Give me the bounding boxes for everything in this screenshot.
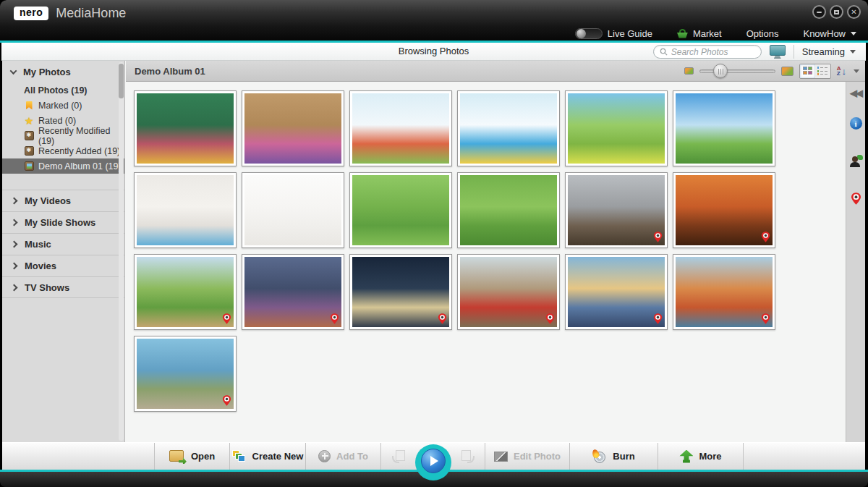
photo-thumbnail-girl-with-ball-goal[interactable] <box>457 172 560 248</box>
grid-view-button[interactable] <box>800 64 815 78</box>
main-area: My Photos All Photos (19) Marked (0) ★ R… <box>2 61 865 442</box>
sidebar-item-movies[interactable]: Movies <box>2 255 124 276</box>
photo-image <box>568 257 665 327</box>
divider <box>793 45 794 59</box>
geotag-pin-icon <box>222 313 231 325</box>
rotate-left-icon[interactable] <box>392 450 407 463</box>
more-button[interactable]: More <box>658 443 744 470</box>
photo-image <box>568 175 665 245</box>
photo-thumbnail-kids-drawing-pencils[interactable] <box>457 90 560 166</box>
sidebar-scrollbar[interactable] <box>119 62 124 441</box>
search-icon <box>660 48 668 56</box>
maximize-button[interactable] <box>830 5 843 19</box>
faces-icon[interactable] <box>850 156 862 167</box>
chevron-right-icon <box>11 219 18 226</box>
photo-thumbnail-matterhorn-mountain[interactable] <box>565 172 668 248</box>
photo-thumbnail-monument-valley-sunset[interactable] <box>673 172 775 248</box>
sidebar-item-my-photos[interactable]: My Photos <box>2 61 124 82</box>
app-title: MediaHome <box>56 6 126 21</box>
create-new-button[interactable]: Create New <box>229 443 305 470</box>
list-view-icon <box>817 67 827 75</box>
sidebar-item-demo-album-01[interactable]: Demo Album 01 (19) <box>2 158 124 174</box>
search-input[interactable] <box>671 47 751 57</box>
burn-button[interactable]: Burn <box>569 443 658 470</box>
button-label: Open <box>191 451 215 462</box>
bookmark-icon <box>24 101 34 111</box>
photo-thumbnail-school-chalkboard-kids[interactable] <box>134 90 237 166</box>
add-to-button[interactable]: Add To <box>305 443 380 470</box>
sort-button[interactable]: AZ ↓ <box>837 66 846 76</box>
photo-thumbnail-giraffes[interactable] <box>134 254 237 330</box>
grid-view-icon <box>803 67 812 75</box>
sidebar-item-marked[interactable]: Marked (0) <box>2 98 124 113</box>
sidebar-item-recently-added[interactable]: Recently Added (19) <box>2 143 124 158</box>
slider-knob[interactable] <box>713 64 728 78</box>
live-guide-label: Live Guide <box>608 28 652 39</box>
info-icon[interactable]: i <box>850 117 862 130</box>
sidebar-item-all-photos[interactable]: All Photos (19) <box>2 82 124 98</box>
minimize-button[interactable] <box>812 5 826 19</box>
slideshow-play-button[interactable] <box>417 443 450 470</box>
photo-thumbnail-kids-wooden-wall[interactable] <box>242 90 344 166</box>
sidebar-item-tv-shows[interactable]: TV Shows <box>2 276 124 298</box>
chevron-right-icon <box>11 263 18 270</box>
photo-image <box>352 93 449 164</box>
photo-thumbnail-kids-soccer-goal[interactable] <box>349 172 452 248</box>
live-guide-toggle[interactable] <box>575 28 603 39</box>
photo-thumbnail-london-eye[interactable] <box>565 254 668 330</box>
zoom-in-thumbnail-icon[interactable] <box>781 67 793 76</box>
photo-thumbnail-london-bus-big-ben[interactable] <box>457 254 560 330</box>
sidebar-item-label: Rated (0) <box>38 116 76 126</box>
button-label: Edit Photo <box>514 451 561 462</box>
photo-image <box>137 339 234 409</box>
burn-icon <box>592 450 607 463</box>
photo-thumbnail-berlin-night-aerial[interactable] <box>242 254 344 330</box>
market-button[interactable]: Market <box>677 28 722 39</box>
photo-thumbnail-kids-running-field[interactable] <box>673 90 775 166</box>
geotag-pin-icon <box>761 313 770 325</box>
collapse-panel-icon[interactable]: ◀◀ <box>846 88 865 98</box>
photo-thumbnail-kids-classroom-globe[interactable] <box>349 90 452 166</box>
photo-image <box>568 93 665 164</box>
sort-options-chevron-icon[interactable] <box>854 69 859 73</box>
photo-image <box>244 257 341 327</box>
chevron-right-icon <box>11 198 18 205</box>
live-guide-control[interactable]: Live Guide <box>575 28 652 39</box>
streaming-dropdown[interactable]: Streaming <box>802 46 856 57</box>
edit-photo-button[interactable]: Edit Photo <box>485 443 569 470</box>
list-view-button[interactable] <box>815 64 830 78</box>
album-header: Demo Album 01 <box>126 61 865 82</box>
thumbnail-zoom-slider[interactable] <box>699 64 775 78</box>
photo-thumbnail-kids-meadow-flowers[interactable] <box>565 90 668 166</box>
photo-thumbnail-brandenburg-gate-night[interactable] <box>349 254 452 330</box>
streaming-display-icon[interactable] <box>770 45 786 56</box>
sidebar-item-my-slide-shows[interactable]: My Slide Shows <box>2 211 124 233</box>
photo-thumbnail-karate-kids-kicking[interactable] <box>134 172 237 248</box>
sidebar-item-my-videos[interactable]: My Videos <box>2 190 124 211</box>
sidebar-item-recently-modified[interactable]: Recently Modified (19) <box>2 128 124 143</box>
nero-logo: nero <box>14 7 48 20</box>
sidebar-section-label: My Videos <box>25 195 71 206</box>
sidebar-item-music[interactable]: Music <box>2 233 124 255</box>
open-button[interactable]: Open <box>154 443 229 470</box>
play-icon[interactable] <box>421 449 446 473</box>
photo-thumbnail-karate-kids-white[interactable] <box>242 172 344 248</box>
geotag-pin-icon <box>761 231 770 243</box>
more-up-arrow-icon <box>679 450 693 463</box>
places-pin-icon[interactable] <box>851 192 861 206</box>
photo-thumbnail-golden-gate-bridge[interactable] <box>673 254 775 330</box>
sort-az-icon: AZ <box>837 66 841 76</box>
photo-grid <box>126 82 846 442</box>
photo-image <box>137 175 234 245</box>
close-button[interactable]: ✕ <box>847 5 861 19</box>
chevron-down-icon <box>851 32 856 35</box>
photo-thumbnail-sf-cable-car[interactable] <box>134 336 237 412</box>
button-label: Add To <box>336 451 368 462</box>
rotate-right-icon[interactable] <box>460 450 475 463</box>
search-box[interactable] <box>653 45 762 59</box>
content-area: Demo Album 01 <box>126 61 865 442</box>
zoom-out-thumbnail-icon[interactable] <box>684 67 694 75</box>
sidebar-item-label: Marked (0) <box>38 101 82 111</box>
knowhow-button[interactable]: KnowHow <box>803 28 856 39</box>
options-button[interactable]: Options <box>746 28 779 39</box>
